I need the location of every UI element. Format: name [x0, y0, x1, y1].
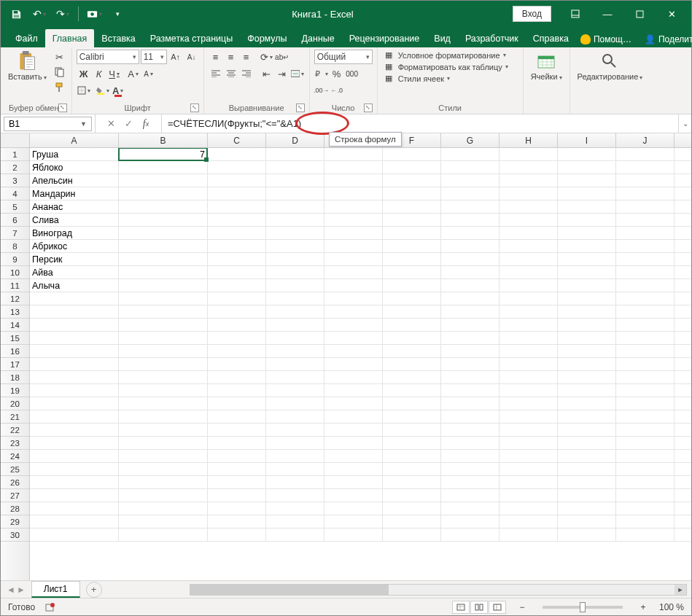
- cell-B29[interactable]: [119, 515, 208, 529]
- cell-J29[interactable]: [616, 515, 674, 529]
- cell-E24[interactable]: [324, 450, 383, 463]
- share-button[interactable]: 👤Поделиться: [640, 31, 692, 47]
- cell-A15[interactable]: [30, 332, 119, 345]
- select-all-corner[interactable]: [1, 133, 30, 148]
- cell-E28[interactable]: [324, 502, 383, 515]
- cell-D30[interactable]: [266, 529, 324, 542]
- cell-K21[interactable]: [674, 410, 691, 424]
- cell-E11[interactable]: [324, 279, 383, 292]
- insert-function-icon[interactable]: fx: [138, 117, 154, 131]
- cell-D6[interactable]: [266, 214, 324, 227]
- cell-F25[interactable]: [383, 463, 441, 476]
- cell-K17[interactable]: [674, 358, 691, 371]
- zoom-slider[interactable]: [543, 606, 623, 609]
- tab-developer[interactable]: Разработчик: [458, 29, 526, 47]
- column-header-I[interactable]: I: [558, 133, 616, 147]
- cell-I28[interactable]: [558, 502, 616, 515]
- cell-B26[interactable]: [119, 476, 208, 489]
- cell-C12[interactable]: [208, 292, 266, 305]
- cell-K11[interactable]: [674, 279, 691, 292]
- cell-K16[interactable]: [674, 345, 691, 358]
- cell-E27[interactable]: [324, 489, 383, 502]
- cell-C3[interactable]: [208, 174, 266, 187]
- cell-J30[interactable]: [616, 529, 674, 542]
- cell-G13[interactable]: [441, 305, 499, 319]
- font-name-combo[interactable]: Calibri▾: [77, 50, 139, 64]
- cell-J11[interactable]: [616, 279, 674, 292]
- cell-I22[interactable]: [558, 424, 616, 437]
- cell-F22[interactable]: [383, 424, 441, 437]
- align-top-icon[interactable]: ≡: [209, 50, 223, 64]
- cell-J26[interactable]: [616, 476, 674, 489]
- row-header-24[interactable]: 24: [1, 450, 29, 463]
- cell-J25[interactable]: [616, 463, 674, 476]
- cell-E2[interactable]: [324, 161, 383, 174]
- decrease-font-icon[interactable]: A↓: [184, 50, 199, 64]
- row-header-11[interactable]: 11: [1, 279, 29, 292]
- cell-K18[interactable]: [674, 371, 691, 384]
- cell-C30[interactable]: [208, 529, 266, 542]
- cell-G12[interactable]: [441, 292, 499, 305]
- cell-A10[interactable]: Айва: [30, 266, 119, 279]
- cell-styles-button[interactable]: ▦Стили ячеек▾: [382, 73, 453, 84]
- cell-I15[interactable]: [558, 332, 616, 345]
- cell-K5[interactable]: [674, 200, 691, 214]
- row-header-7[interactable]: 7: [1, 227, 29, 240]
- cell-F16[interactable]: [383, 345, 441, 358]
- cell-I12[interactable]: [558, 292, 616, 305]
- cell-F23[interactable]: [383, 437, 441, 450]
- enter-formula-icon[interactable]: ✓: [120, 117, 136, 131]
- cell-C5[interactable]: [208, 200, 266, 214]
- cell-E21[interactable]: [324, 410, 383, 424]
- cell-A1[interactable]: Груша: [30, 148, 119, 161]
- cell-K20[interactable]: [674, 397, 691, 410]
- cell-H3[interactable]: [499, 174, 558, 187]
- cell-I3[interactable]: [558, 174, 616, 187]
- cell-C1[interactable]: [208, 148, 266, 161]
- cell-A18[interactable]: [30, 371, 119, 384]
- cell-J1[interactable]: [616, 148, 674, 161]
- cell-F12[interactable]: [383, 292, 441, 305]
- ribbon-display-options-icon[interactable]: [560, 1, 591, 27]
- cell-I14[interactable]: [558, 319, 616, 332]
- cell-F15[interactable]: [383, 332, 441, 345]
- row-header-15[interactable]: 15: [1, 332, 29, 345]
- cell-J17[interactable]: [616, 358, 674, 371]
- tab-home[interactable]: Главная: [45, 29, 95, 47]
- cell-D26[interactable]: [266, 476, 324, 489]
- row-header-18[interactable]: 18: [1, 371, 29, 384]
- cell-B17[interactable]: [119, 358, 208, 371]
- cell-K26[interactable]: [674, 476, 691, 489]
- orientation-icon[interactable]: ⟳: [260, 50, 274, 64]
- cell-I13[interactable]: [558, 305, 616, 319]
- cell-G21[interactable]: [441, 410, 499, 424]
- cells-button[interactable]: Ячейки: [528, 50, 565, 82]
- cell-B25[interactable]: [119, 463, 208, 476]
- cell-G10[interactable]: [441, 266, 499, 279]
- cell-J16[interactable]: [616, 345, 674, 358]
- sheet-nav-prev-icon[interactable]: ◄: [7, 585, 15, 595]
- cell-E13[interactable]: [324, 305, 383, 319]
- cell-B21[interactable]: [119, 410, 208, 424]
- redo-icon[interactable]: ↷: [55, 6, 71, 22]
- cell-J12[interactable]: [616, 292, 674, 305]
- expand-formula-bar-icon[interactable]: ⌄: [678, 114, 691, 133]
- cell-H20[interactable]: [499, 397, 558, 410]
- cell-A21[interactable]: [30, 410, 119, 424]
- cell-D14[interactable]: [266, 319, 324, 332]
- tab-data[interactable]: Данные: [295, 29, 342, 47]
- cell-A8[interactable]: Абрикос: [30, 240, 119, 253]
- cell-D27[interactable]: [266, 489, 324, 502]
- cut-button[interactable]: ✂: [53, 50, 67, 64]
- cell-H24[interactable]: [499, 450, 558, 463]
- cell-K12[interactable]: [674, 292, 691, 305]
- row-header-3[interactable]: 3: [1, 174, 29, 187]
- font-size-combo[interactable]: 11▾: [141, 50, 167, 64]
- fill-color-button[interactable]: [96, 83, 110, 98]
- cell-K30[interactable]: [674, 529, 691, 542]
- cell-I9[interactable]: [558, 253, 616, 266]
- row-header-10[interactable]: 10: [1, 266, 29, 279]
- cell-H12[interactable]: [499, 292, 558, 305]
- zoom-slider-knob[interactable]: [580, 602, 586, 612]
- cell-F1[interactable]: [383, 148, 441, 161]
